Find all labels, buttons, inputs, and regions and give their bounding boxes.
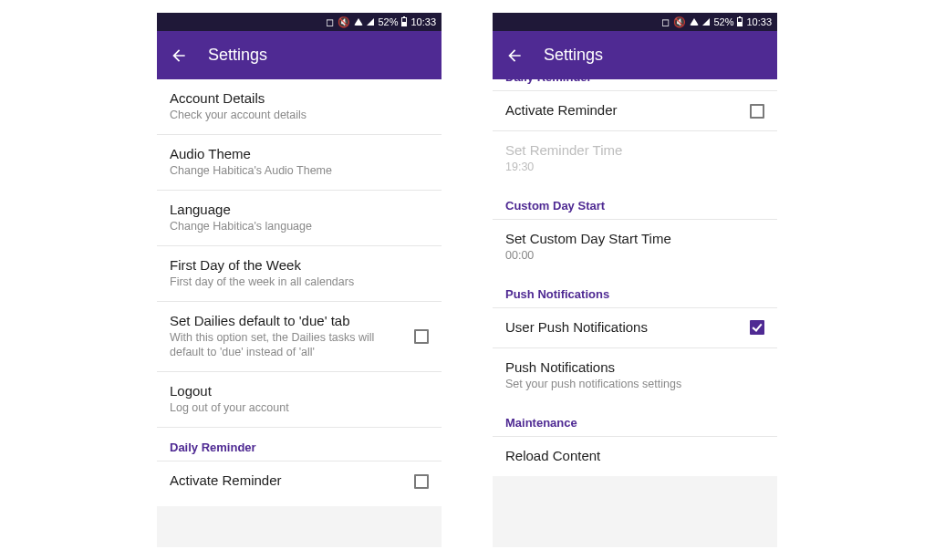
- item-title: Audio Theme: [170, 146, 429, 161]
- item-subtitle: Change Habitica's language: [170, 219, 429, 234]
- item-title: Language: [170, 202, 429, 217]
- item-subtitle: Check your account details: [170, 108, 429, 123]
- item-push-settings[interactable]: Push Notifications Set your push notific…: [493, 348, 777, 403]
- mute-icon: 🔇: [338, 16, 350, 28]
- settings-list[interactable]: Daily Reminder Activate Reminder Set Rem…: [493, 79, 777, 547]
- notification-icon: ◻: [661, 16, 670, 28]
- item-activate-reminder[interactable]: Activate Reminder: [157, 461, 442, 506]
- item-subtitle: First day of the week in all calendars: [170, 275, 429, 290]
- right-screen: ◻ 🔇 52% 10:33 Settings Daily Reminder Ac…: [493, 13, 777, 547]
- item-language[interactable]: Language Change Habitica's language: [157, 191, 442, 246]
- status-bar: ◻ 🔇 52% 10:33: [493, 13, 777, 31]
- item-account-details[interactable]: Account Details Check your account detai…: [157, 79, 442, 135]
- checkbox-activate-reminder[interactable]: [414, 474, 429, 489]
- item-subtitle: 19:30: [505, 160, 764, 175]
- signal-icon: [702, 18, 710, 26]
- item-title: Account Details: [170, 90, 429, 106]
- item-reload-content[interactable]: Reload Content: [493, 436, 777, 476]
- item-title: Set Reminder Time: [505, 142, 764, 158]
- wifi-icon: [354, 18, 363, 26]
- section-daily-reminder-cut: Daily Reminder: [493, 79, 777, 91]
- battery-percent: 52%: [378, 16, 398, 27]
- back-button[interactable]: [170, 47, 188, 65]
- checkbox-activate-reminder[interactable]: [750, 104, 764, 119]
- item-audio-theme[interactable]: Audio Theme Change Habitica's Audio Them…: [157, 135, 442, 191]
- status-bar: ◻ 🔇 52% 10:33: [157, 13, 442, 31]
- item-first-day[interactable]: First Day of the Week First day of the w…: [157, 246, 442, 302]
- item-subtitle: Change Habitica's Audio Theme: [170, 163, 429, 179]
- item-title: Activate Reminder: [170, 472, 403, 488]
- app-bar: Settings: [493, 31, 777, 79]
- item-title: Push Notifications: [505, 359, 764, 375]
- clock: 10:33: [410, 16, 436, 27]
- battery-icon: [401, 17, 407, 26]
- item-custom-day-start[interactable]: Set Custom Day Start Time 00:00: [493, 219, 777, 275]
- section-custom-day-start: Custom Day Start: [493, 186, 777, 219]
- page-title: Settings: [208, 46, 267, 65]
- signal-icon: [367, 18, 374, 26]
- back-button[interactable]: [505, 47, 524, 65]
- notification-icon: ◻: [326, 16, 334, 28]
- settings-list[interactable]: Account Details Check your account detai…: [157, 79, 442, 547]
- item-user-push[interactable]: User Push Notifications: [493, 307, 777, 348]
- item-dailies-default[interactable]: Set Dailies default to 'due' tab With th…: [157, 302, 442, 373]
- mute-icon: 🔇: [673, 16, 686, 28]
- item-title: Activate Reminder: [505, 102, 739, 118]
- item-subtitle: Log out of your account: [170, 400, 429, 416]
- item-title: Reload Content: [505, 448, 764, 463]
- item-title: User Push Notifications: [505, 319, 739, 335]
- item-logout[interactable]: Logout Log out of your account: [157, 372, 442, 428]
- section-maintenance: Maintenance: [493, 403, 777, 436]
- item-title: First Day of the Week: [170, 257, 429, 273]
- item-subtitle: With this option set, the Dailies tasks …: [170, 330, 403, 361]
- clock: 10:33: [746, 16, 772, 27]
- section-push-notifications: Push Notifications: [493, 275, 777, 307]
- wifi-icon: [690, 18, 699, 26]
- item-title: Set Dailies default to 'due' tab: [170, 313, 403, 328]
- arrow-back-icon: [505, 47, 524, 65]
- page-title: Settings: [544, 46, 603, 65]
- checkbox-dailies[interactable]: [414, 329, 429, 344]
- item-set-reminder-time: Set Reminder Time 19:30: [493, 131, 777, 186]
- battery-percent: 52%: [713, 16, 733, 27]
- left-screen: ◻ 🔇 52% 10:33 Settings Account Details C…: [157, 13, 442, 547]
- arrow-back-icon: [170, 47, 188, 65]
- item-subtitle: 00:00: [505, 248, 764, 264]
- item-title: Set Custom Day Start Time: [505, 231, 764, 246]
- item-subtitle: Set your push notifications settings: [505, 377, 764, 392]
- item-title: Logout: [170, 383, 429, 399]
- battery-icon: [737, 17, 743, 26]
- section-daily-reminder: Daily Reminder: [157, 428, 442, 461]
- checkbox-user-push[interactable]: [750, 320, 764, 335]
- item-activate-reminder[interactable]: Activate Reminder: [493, 91, 777, 131]
- app-bar: Settings: [157, 31, 442, 79]
